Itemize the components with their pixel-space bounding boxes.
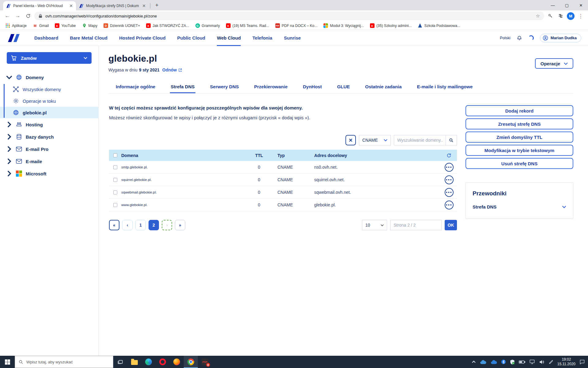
sidebar-item-domeny[interactable]: Domeny <box>0 71 98 83</box>
page-number-input[interactable]: Strona 2 / 2 <box>390 220 442 230</box>
ok-button[interactable]: OK <box>445 220 457 230</box>
sidebar-item-email-pro[interactable]: E-mail Pro <box>0 143 98 155</box>
bookmark-youtube-2[interactable]: ▸ Jak STWORZYĆ ZA... <box>144 23 191 28</box>
new-tab-button[interactable]: + <box>152 2 162 10</box>
tab-glue[interactable]: GLUE <box>337 81 351 93</box>
nav-bare-metal-cloud[interactable]: Bare Metal Cloud <box>70 30 107 46</box>
tab-emaile-listy[interactable]: E-maile i listy mailingowe <box>417 81 473 93</box>
bookmark-szkolny[interactable]: ▸ (35) Szkolny admini... <box>368 23 414 28</box>
sidebar-item-emaile[interactable]: E-maile <box>0 155 98 167</box>
bookmark-pdf[interactable]: PDF PDF na DOCX – Ko... <box>273 23 320 28</box>
refresh-icon[interactable] <box>447 153 451 158</box>
nav-telefonia[interactable]: Telefonia <box>252 30 272 46</box>
minimize-button[interactable]: — <box>546 0 560 10</box>
task-view-button[interactable] <box>113 356 127 368</box>
nav-public-cloud[interactable]: Public Cloud <box>177 30 205 46</box>
sidebar-item-wszystkie-domeny[interactable]: Wszystkie domeny <box>0 83 98 95</box>
onedrive-icon[interactable] <box>480 360 486 364</box>
row-menu-button[interactable]: ●●● <box>445 175 454 184</box>
network-icon[interactable] <box>529 359 535 364</box>
tab-strefa-dns[interactable]: Strefa DNS <box>170 81 195 93</box>
tab-informacje-ogolne[interactable]: Informacje ogólne <box>115 81 156 93</box>
psp-button[interactable]: PSP 8 <box>198 356 212 368</box>
pagination-first[interactable]: « <box>109 220 119 230</box>
reload-icon[interactable] <box>24 12 32 20</box>
tab-serwery-dns[interactable]: Serwery DNS <box>209 81 239 93</box>
tab-dynhost[interactable]: DynHost <box>302 81 322 93</box>
sidebar-item-bazy-danych[interactable]: Bazy danych <box>0 131 98 143</box>
extensions-puzzle-icon[interactable] <box>556 12 565 20</box>
back-icon[interactable]: ← <box>3 12 12 20</box>
row-menu-button[interactable]: ●●● <box>445 163 454 172</box>
bookmark-modul[interactable]: Moduł 3: Wyciągnij... <box>321 23 366 28</box>
search-button[interactable] <box>446 135 457 145</box>
taskbar-search[interactable]: Wpisz tutaj, aby wyszukać <box>15 356 113 368</box>
order-button[interactable]: Zamów <box>7 52 92 64</box>
language-selector[interactable]: Polski <box>500 36 511 40</box>
search-input[interactable] <box>394 135 446 145</box>
row-menu-button[interactable]: ●●● <box>445 201 454 209</box>
bookmark-szkola[interactable]: Szkoła Podstawowa... <box>415 23 462 28</box>
onedrive-icon[interactable] <box>490 360 497 364</box>
user-menu[interactable]: Marian Dudka <box>540 34 581 42</box>
file-explorer-button[interactable] <box>127 356 141 368</box>
bookmark-maps[interactable]: Mapy <box>80 23 100 28</box>
select-all-checkbox[interactable] <box>113 153 117 157</box>
close-button[interactable]: ✕ <box>574 0 588 10</box>
pagination-last[interactable]: » <box>175 220 185 230</box>
add-record-button[interactable]: Dodaj rekord <box>466 105 573 116</box>
sidebar-item-hosting[interactable]: Hosting <box>0 118 98 131</box>
row-checkbox[interactable] <box>113 190 117 194</box>
sidebar-item-operacje-w-toku[interactable]: Operacje w toku <box>0 95 98 107</box>
row-menu-button[interactable]: ●●● <box>445 188 454 197</box>
battery-icon[interactable] <box>519 360 525 364</box>
sidebar-item-glebokie-pl[interactable]: glebokie.pl <box>0 107 98 118</box>
operations-button[interactable]: Operacje <box>535 58 573 69</box>
bookmark-teams[interactable]: ▸ (19) MS Teams. Rad... <box>224 23 272 28</box>
pen-icon[interactable] <box>548 359 553 364</box>
row-checkbox[interactable] <box>113 203 117 207</box>
ovh-logo[interactable] <box>7 34 21 42</box>
firefox-button[interactable] <box>170 356 184 368</box>
delete-dns-zone-button[interactable]: Usuń strefę DNS <box>466 158 573 169</box>
pagination-prev[interactable]: ‹ <box>122 220 133 230</box>
pagination-page-2[interactable]: 2 <box>149 220 159 230</box>
reset-dns-zone-button[interactable]: Zresetuj strefę DNS <box>466 118 573 129</box>
tab-close-icon[interactable]: ✕ <box>69 4 73 8</box>
row-checkbox[interactable] <box>113 178 117 182</box>
record-type-select[interactable]: CNAME <box>359 135 391 145</box>
key-icon[interactable] <box>546 12 555 20</box>
nav-sunrise[interactable]: Sunrise <box>284 30 301 46</box>
profile-avatar[interactable]: M <box>567 12 575 20</box>
bookmark-youtube[interactable]: ▸ YouTube <box>52 23 78 28</box>
header-ttl[interactable]: TTL <box>241 153 277 158</box>
url-bar[interactable]: ovh.com/manager/web/#/configuration/doma… <box>34 12 544 20</box>
nav-web-cloud[interactable]: Web Cloud <box>217 30 241 46</box>
security-shield-icon[interactable] <box>510 359 515 365</box>
bell-icon[interactable] <box>517 35 522 41</box>
header-typ[interactable]: Typ <box>277 153 314 158</box>
tray-expand-icon[interactable] <box>472 361 476 363</box>
tab-przekierowanie[interactable]: Przekierowanie <box>254 81 288 93</box>
bookmark-apps[interactable]: Aplikacje <box>3 23 29 28</box>
bookmark-star-icon[interactable]: ☆ <box>536 13 540 19</box>
action-center-icon[interactable] <box>579 359 585 364</box>
tab-ostatnie-zadania[interactable]: Ostatnie zadania <box>364 81 402 93</box>
text-mode-edit-button[interactable]: Modyfikacja w trybie tekstowym <box>466 145 573 156</box>
clear-filter-button[interactable]: ✕ <box>345 135 356 145</box>
forward-icon[interactable]: → <box>13 12 22 20</box>
bookmark-grammarly[interactable]: G Grammarly <box>193 23 222 28</box>
browser-tab-inactive[interactable]: Modyfikacja strefy DNS | Dokum ✕ <box>76 1 149 10</box>
taskbar-clock[interactable]: 19:02 15.11.2020 <box>557 357 575 366</box>
bookmark-uonet[interactable]: D Dziennik UONET+ <box>101 23 142 28</box>
start-button[interactable] <box>0 356 15 368</box>
bookmark-gmail[interactable]: M Gmail <box>30 23 51 28</box>
pagination-page-1[interactable]: 1 <box>135 220 146 230</box>
header-adres-docelowy[interactable]: Adres docelowy <box>314 153 441 158</box>
pagination-next[interactable]: › <box>162 220 172 230</box>
nav-hosted-private-cloud[interactable]: Hosted Private Cloud <box>119 30 166 46</box>
opera-button[interactable] <box>156 356 170 368</box>
row-checkbox[interactable] <box>113 165 117 169</box>
browser-menu-icon[interactable]: ⋮ <box>576 12 585 20</box>
header-domena[interactable]: Domena <box>121 153 241 158</box>
